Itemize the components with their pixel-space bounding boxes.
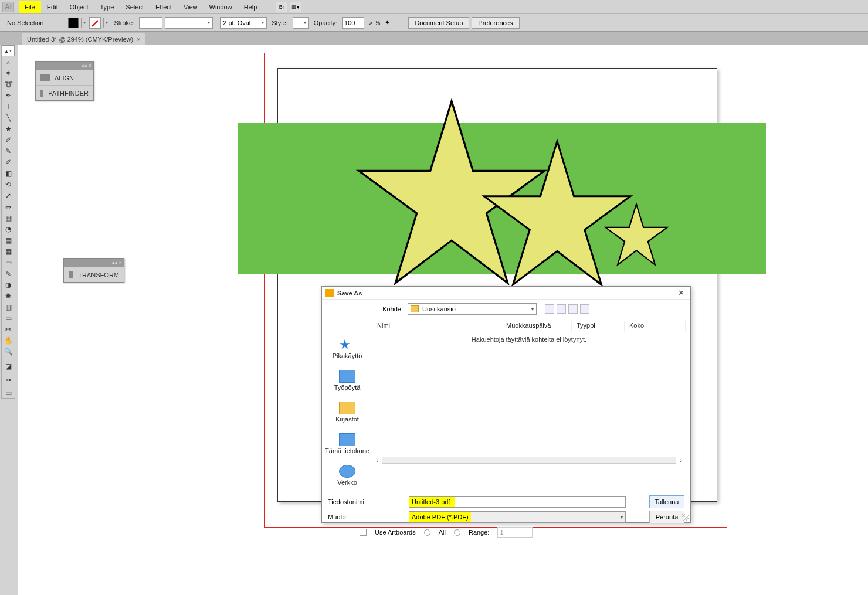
collapse-icon[interactable]: ◂◂ [111,260,117,266]
scale-tool[interactable]: ⤢ [2,190,15,201]
stroke-none-swatch[interactable] [89,17,101,29]
selection-tool[interactable]: ▴ [2,45,15,56]
rotate-tool[interactable]: ⟲ [2,179,15,190]
sidebar-this-pc[interactable]: Tämä tietokone [325,433,369,454]
opacity-input[interactable] [342,17,364,29]
shape-tool[interactable]: ★ [2,123,15,134]
align-icon [40,74,50,81]
view-menu-icon[interactable] [580,304,589,314]
range-input[interactable] [497,527,533,538]
eyedropper-tool[interactable]: ✎ [2,268,15,279]
file-list-header[interactable]: Nimi Muokkauspäivä Tyyppi Koko [372,321,686,332]
color-mode-toggle[interactable]: ▫▪ [2,374,15,385]
transform-panel[interactable]: ◂◂× TRANSFORM [63,258,124,283]
line-tool[interactable]: ╲ [2,112,15,123]
resize-grip[interactable] [682,514,689,521]
transform-panel-tab[interactable]: TRANSFORM [64,267,124,282]
pen-tool[interactable]: ✒ [2,90,15,101]
symbol-sprayer-tool[interactable]: ✺ [2,290,15,301]
cancel-button[interactable]: Peruuta [649,511,684,523]
scroll-left-icon[interactable]: ‹ [372,457,382,464]
fill-dropdown[interactable] [81,18,87,28]
col-modified[interactable]: Muokkauspäivä [501,321,572,332]
blob-brush-tool[interactable]: ✐ [2,157,15,168]
direct-selection-tool[interactable]: ▵ [2,56,15,67]
scroll-right-icon[interactable]: › [676,457,686,464]
range-radio[interactable] [454,529,460,536]
menu-file[interactable]: File [19,1,41,13]
align-panel-tab[interactable]: ALIGN [36,70,93,85]
panel-header[interactable]: ◂◂× [36,62,93,70]
range-radio-label: Range: [469,529,489,536]
graph-tool[interactable]: ▥ [2,301,15,312]
close-dialog-icon[interactable]: ✕ [676,288,687,297]
use-artboards-checkbox[interactable] [360,529,367,536]
align-pathfinder-panel[interactable]: ◂◂× ALIGN PATHFINDER [35,61,94,101]
hand-tool[interactable]: ✋ [2,335,15,346]
dash-select[interactable]: 2 pt. Oval [220,17,267,29]
mesh-tool[interactable]: ▦ [2,246,15,257]
menu-view[interactable]: View [178,1,204,13]
sidebar-libraries[interactable]: Kirjastot [335,402,359,423]
format-select[interactable]: Adobe PDF (*.PDF) [409,511,626,523]
scroll-track[interactable] [382,457,676,464]
kohde-folder-select[interactable]: Uusi kansio [408,303,537,315]
gradient-tool[interactable]: ▭ [2,257,15,268]
type-tool[interactable]: T [2,101,15,112]
sidebar-quick-access[interactable]: ★Pikakäyttö [333,338,362,359]
stroke-dropdown[interactable] [103,18,109,28]
screen-mode-toggle[interactable]: ▭ [2,387,15,398]
menu-effect[interactable]: Effect [150,1,178,13]
stroke-weight-input[interactable] [139,17,162,29]
menu-help[interactable]: Help [238,1,263,13]
shape-builder-tool[interactable]: ◔ [2,223,15,234]
paintbrush-tool[interactable]: ✐ [2,134,15,145]
col-name[interactable]: Nimi [372,321,501,332]
document-setup-button[interactable]: Document Setup [408,17,469,29]
eraser-tool[interactable]: ◧ [2,168,15,179]
new-folder-icon[interactable] [568,304,578,314]
panel-header[interactable]: ◂◂× [64,259,124,267]
fill-swatch[interactable] [68,18,79,28]
close-icon[interactable]: × [119,260,122,266]
up-icon[interactable] [557,304,566,314]
document-tab[interactable]: Untitled-3* @ 294% (CMYK/Preview) × [22,33,145,45]
zoom-tool[interactable]: 🔍 [2,346,15,357]
menu-type[interactable]: Type [94,1,120,13]
blend-tool[interactable]: ◑ [2,279,15,290]
style-select[interactable] [293,17,309,29]
free-transform-tool[interactable]: ▦ [2,212,15,223]
lasso-tool[interactable]: ➰ [2,79,15,90]
col-size[interactable]: Koko [625,321,686,332]
sidebar-desktop[interactable]: Työpöytä [334,370,361,391]
menu-select[interactable]: Select [120,1,150,13]
file-list[interactable]: Hakuehtoja täyttäviä kohteita ei löytyny… [372,332,686,455]
menu-window[interactable]: Window [204,1,238,13]
arrange-docs-icon[interactable]: ▦▾ [290,2,301,12]
menu-object[interactable]: Object [64,1,94,13]
save-button[interactable]: Tallenna [649,495,684,508]
slice-tool[interactable]: ✂ [2,324,15,335]
recolor-icon[interactable]: ✦ [385,19,398,26]
filename-input[interactable] [409,496,626,508]
brush-select[interactable] [165,17,213,29]
dialog-titlebar[interactable]: Save As ✕ [322,287,690,300]
magic-wand-tool[interactable]: ✶ [2,67,15,79]
menu-edit[interactable]: Edit [41,1,64,13]
artboard-tool[interactable]: ▭ [2,312,15,324]
width-tool[interactable]: ⇔ [2,201,15,212]
back-icon[interactable] [545,304,554,314]
close-icon[interactable]: × [89,63,91,69]
preferences-button[interactable]: Preferences [472,17,519,29]
collapse-icon[interactable]: ◂◂ [81,63,87,69]
bridge-icon[interactable]: Br [276,2,287,12]
pathfinder-panel-tab[interactable]: PATHFINDER [36,85,93,100]
sidebar-network[interactable]: Verkko [337,465,357,486]
fill-stroke-indicator[interactable]: ◪ [2,359,15,374]
close-tab-icon[interactable]: × [137,36,140,43]
all-radio[interactable] [424,529,430,536]
horizontal-scrollbar[interactable]: ‹ › [372,455,686,465]
perspective-tool[interactable]: ▤ [2,234,15,246]
pencil-tool[interactable]: ✎ [2,145,15,157]
col-type[interactable]: Tyyppi [572,321,625,332]
